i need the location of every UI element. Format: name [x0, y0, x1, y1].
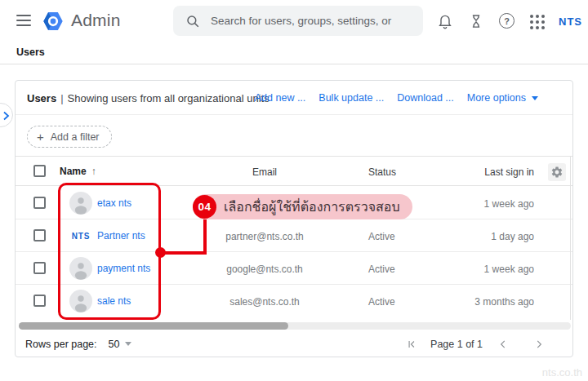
person-icon: [69, 290, 92, 312]
user-last-sign-in: 1 day ago: [491, 231, 534, 242]
user-last-sign-in: 1 week ago: [484, 198, 534, 210]
header-divider: [0, 64, 588, 64]
more-options-menu[interactable]: More options: [467, 92, 538, 104]
bulk-update-link[interactable]: Bulk update ...: [318, 92, 384, 104]
plus-icon: +: [37, 130, 44, 144]
user-last-sign-in: 1 week ago: [484, 264, 534, 275]
annotation-step-number: 04: [193, 195, 216, 219]
avatar: [69, 192, 92, 215]
search-icon: [185, 14, 200, 29]
search-input[interactable]: [211, 15, 415, 27]
rows-per-page-label: Rows per page:: [25, 339, 97, 350]
toolbar-actions: Add new ... Bulk update ... Download ...…: [255, 81, 538, 115]
annotation-connector-vertical: [203, 218, 207, 254]
manage-columns-button[interactable]: [548, 163, 566, 181]
user-email: sales@nts.co.th: [171, 296, 359, 308]
user-email: partner@nts.co.th: [171, 231, 359, 242]
first-page-icon[interactable]: [406, 339, 417, 350]
list-title: Users | Showing users from all organizat…: [27, 81, 270, 115]
column-header-last-sign-in[interactable]: Last sign in: [484, 166, 534, 178]
google-admin-logo-icon: [42, 10, 65, 33]
table-row[interactable]: sale nts sales@nts.co.th Active 3 months…: [16, 285, 572, 320]
chevron-right-icon: [2, 111, 10, 121]
pagination: Page 1 of 1: [406, 339, 545, 350]
column-header-name[interactable]: Name↑: [60, 166, 96, 177]
avatar: [69, 290, 92, 312]
scrollbar-thumb[interactable]: [19, 322, 288, 330]
user-status: Active: [368, 296, 395, 308]
user-name-link[interactable]: payment nts: [97, 263, 150, 274]
download-link[interactable]: Download ...: [397, 92, 453, 104]
user-name-link[interactable]: etax nts: [97, 197, 131, 209]
annotation-label: เลือกชื่อผู้ใช้ที่ต้องการตรวจสอบ: [224, 197, 400, 217]
annotation-connector-horizontal: [160, 251, 207, 255]
user-last-sign-in: 3 months ago: [474, 296, 534, 308]
nts-logo: NTS: [72, 232, 90, 241]
table-header-row: Name↑ Email Status Last sign in: [16, 156, 572, 186]
rows-per-page: Rows per page: 50: [25, 339, 131, 350]
apps-grid-icon[interactable]: [530, 13, 546, 29]
next-page-icon[interactable]: [533, 339, 545, 350]
admin-console-screen: Admin ? NTS Users Users | Showing users …: [0, 0, 588, 381]
breadcrumb[interactable]: Users: [16, 47, 45, 58]
dropdown-triangle-icon: [532, 96, 538, 100]
hourglass-tasks-icon[interactable]: [468, 13, 484, 29]
avatar: [69, 257, 92, 280]
user-name-link[interactable]: sale nts: [97, 295, 131, 307]
notifications-bell-icon[interactable]: [437, 13, 453, 29]
sort-ascending-icon: ↑: [91, 166, 96, 177]
user-email: google@nts.co.th: [171, 264, 359, 275]
pinned-column-divider: [570, 156, 571, 320]
row-checkbox[interactable]: [33, 262, 46, 274]
select-all-checkbox[interactable]: [33, 165, 46, 177]
page-status: Page 1 of 1: [430, 339, 483, 350]
list-subtitle: Showing users from all organizational un…: [68, 92, 270, 104]
chevron-down-icon[interactable]: [125, 342, 131, 346]
help-icon[interactable]: ?: [499, 13, 514, 29]
row-checkbox[interactable]: [33, 295, 46, 307]
table-footer: Rows per page: 50 Page 1 of 1: [16, 330, 572, 358]
search-bar[interactable]: [173, 6, 423, 36]
column-header-email[interactable]: Email: [171, 166, 359, 178]
user-name-link[interactable]: Partner nts: [97, 230, 145, 241]
watermark: nts.co.th: [542, 366, 582, 379]
product-name: Admin: [71, 11, 121, 30]
menu-icon[interactable]: [16, 15, 31, 26]
top-app-bar: Admin ? NTS: [0, 0, 588, 42]
title-separator: |: [60, 92, 63, 104]
table-row[interactable]: payment nts google@nts.co.th Active 1 we…: [16, 252, 572, 285]
annotation-connector-dot: [155, 247, 166, 258]
user-status: Active: [368, 264, 395, 275]
column-header-status[interactable]: Status: [368, 166, 396, 178]
rows-per-page-select[interactable]: 50: [109, 339, 120, 350]
list-toolbar: Users | Showing users from all organizat…: [16, 81, 572, 115]
add-filter-label: Add a filter: [51, 131, 100, 143]
add-new-link[interactable]: Add new ...: [255, 92, 306, 104]
annotation-callout: เลือกชื่อผู้ใช้ที่ต้องการตรวจสอบ: [193, 194, 412, 219]
organization-logo: NTS: [559, 16, 582, 28]
sidebar-expander-button[interactable]: [0, 103, 13, 127]
gear-icon: [550, 166, 564, 179]
previous-page-icon[interactable]: [497, 339, 509, 350]
horizontal-scrollbar[interactable]: [19, 322, 571, 330]
row-checkbox[interactable]: [33, 197, 46, 209]
list-title-main: Users: [27, 92, 56, 104]
person-icon: [69, 257, 92, 280]
person-icon: [69, 192, 92, 215]
table-row[interactable]: NTS Partner nts partner@nts.co.th Active…: [16, 219, 572, 252]
user-status: Active: [368, 231, 395, 242]
row-checkbox[interactable]: [33, 229, 46, 241]
avatar: NTS: [69, 224, 92, 247]
add-filter-button[interactable]: + Add a filter: [27, 126, 112, 148]
